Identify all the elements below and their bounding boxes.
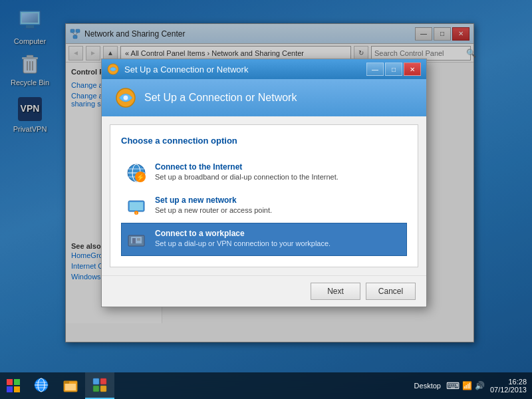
- dialog-header-icon: [115, 87, 136, 108]
- svg-rect-46: [64, 381, 69, 384]
- svg-rect-50: [93, 386, 99, 392]
- dialog-footer: Next Cancel: [102, 275, 426, 307]
- svg-rect-36: [7, 379, 13, 385]
- new-network-option-title: Set up a new network: [155, 196, 402, 205]
- date-display: 07/12/2013: [490, 386, 527, 394]
- taskbar-control-panel-icon[interactable]: [85, 372, 114, 399]
- dialog-body: Choose a connection option ⚡ Connect: [110, 124, 418, 267]
- desktop: Computer Recycle Bin VPN PrivatVPN: [0, 0, 532, 399]
- dialog-header-title: Set Up a Connection or Network: [144, 92, 297, 104]
- dialog-titlebar: Set Up a Connection or Network — □ ✕: [102, 59, 426, 79]
- svg-rect-51: [100, 386, 106, 392]
- svg-rect-29: [130, 202, 143, 210]
- taskbar-desktop-label: Desktop: [414, 382, 441, 390]
- svg-rect-37: [14, 379, 20, 385]
- taskbar-ie-icon[interactable]: [27, 372, 56, 399]
- dialog-close-button[interactable]: ✕: [404, 63, 421, 76]
- keyboard-icon[interactable]: ⌨: [446, 380, 460, 391]
- dialog-header: Set Up a Connection or Network: [102, 79, 426, 116]
- svg-rect-35: [137, 238, 140, 241]
- volume-icon[interactable]: 🔊: [475, 381, 485, 390]
- svg-rect-49: [100, 378, 106, 384]
- svg-rect-48: [93, 378, 99, 384]
- dialog-title-icon: [107, 63, 119, 75]
- option-internet[interactable]: ⚡ Connect to the Internet Set up a broad…: [121, 156, 407, 190]
- taskbar-pinned-icons: [27, 372, 114, 399]
- next-button[interactable]: Next: [311, 283, 360, 300]
- dialog-minimize-button[interactable]: —: [366, 63, 384, 76]
- taskbar-clock[interactable]: 16:28 07/12/2013: [490, 378, 527, 394]
- dialog-subtitle: Choose a connection option: [121, 136, 407, 146]
- svg-point-20: [123, 95, 128, 100]
- svg-text:⚡: ⚡: [136, 173, 145, 182]
- svg-rect-34: [132, 238, 136, 243]
- workplace-option-text: Connect to a workplace Set up a dial-up …: [155, 229, 402, 247]
- workplace-option-title: Connect to a workplace: [155, 229, 402, 238]
- new-network-option-text: Set up a new network Set up a new router…: [155, 196, 402, 214]
- workplace-option-desc: Set up a dial-up or VPN connection to yo…: [155, 239, 402, 247]
- svg-rect-47: [65, 384, 76, 390]
- internet-option-icon: ⚡: [126, 162, 147, 184]
- svg-rect-38: [7, 386, 13, 392]
- taskbar-explorer-icon[interactable]: [56, 372, 85, 399]
- cancel-button[interactable]: Cancel: [366, 283, 416, 300]
- dialog-title: Set Up a Connection or Network: [124, 65, 361, 74]
- start-button[interactable]: [0, 372, 27, 399]
- internet-option-desc: Set up a broadband or dial-up connection…: [155, 173, 402, 181]
- internet-option-text: Connect to the Internet Set up a broadba…: [155, 162, 402, 181]
- option-new-network[interactable]: ! Set up a new network Set up a new rout…: [121, 190, 407, 223]
- dialog-window-controls: — □ ✕: [366, 63, 421, 76]
- time-display: 16:28: [508, 378, 527, 386]
- taskbar-right: Desktop ⌨ 📶 🔊 16:28 07/12/2013: [414, 378, 532, 394]
- svg-text:!: !: [136, 211, 137, 216]
- taskbar: Desktop ⌨ 📶 🔊 16:28 07/12/2013: [0, 372, 532, 399]
- setup-connection-dialog: Set Up a Connection or Network — □ ✕ Set…: [101, 59, 427, 307]
- network-tray-icon[interactable]: 📶: [462, 381, 472, 390]
- taskbar-tray: ⌨ 📶 🔊: [446, 380, 485, 391]
- option-workplace[interactable]: Connect to a workplace Set up a dial-up …: [121, 223, 407, 256]
- internet-option-title: Connect to the Internet: [155, 162, 402, 172]
- svg-rect-39: [14, 386, 20, 392]
- new-network-option-icon: !: [126, 196, 147, 217]
- workplace-option-icon: [126, 229, 147, 250]
- new-network-option-desc: Set up a new router or access point.: [155, 206, 402, 214]
- dialog-maximize-button[interactable]: □: [385, 63, 402, 76]
